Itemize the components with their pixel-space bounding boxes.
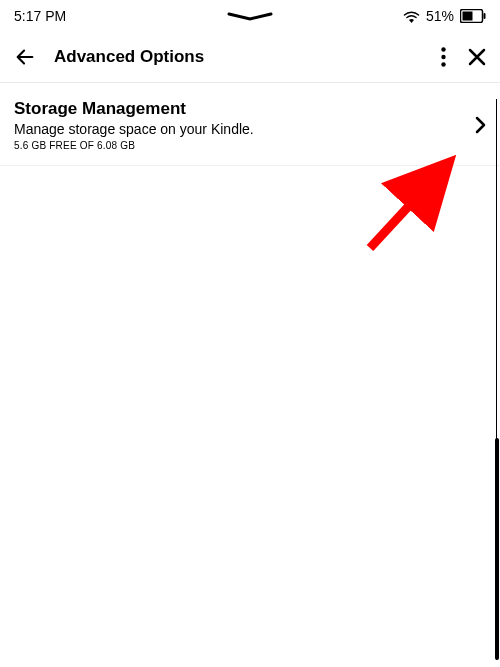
status-time: 5:17 PM — [14, 8, 66, 24]
wifi-icon — [403, 10, 420, 23]
svg-point-4 — [441, 55, 445, 59]
list-item-title: Storage Management — [14, 99, 465, 119]
svg-point-5 — [441, 62, 445, 66]
battery-icon — [460, 9, 486, 23]
more-button[interactable] — [441, 47, 446, 67]
back-button[interactable] — [14, 46, 36, 68]
annotation-arrow — [340, 150, 470, 265]
svg-point-3 — [441, 47, 445, 51]
svg-rect-2 — [484, 13, 486, 19]
storage-management-item[interactable]: Storage Management Manage storage space … — [0, 83, 500, 166]
drag-handle-icon — [225, 12, 275, 22]
close-button[interactable] — [468, 48, 486, 66]
scroll-thumb[interactable] — [495, 438, 499, 660]
battery-percent: 51% — [426, 8, 454, 24]
list-item-description: Manage storage space on your Kindle. — [14, 121, 465, 137]
chevron-right-icon — [465, 116, 486, 134]
page-title: Advanced Options — [54, 47, 423, 67]
list-item-subtext: 5.6 GB FREE OF 6.08 GB — [14, 140, 465, 151]
svg-rect-1 — [463, 12, 473, 21]
svg-line-6 — [370, 168, 444, 248]
app-header: Advanced Options — [0, 28, 500, 82]
